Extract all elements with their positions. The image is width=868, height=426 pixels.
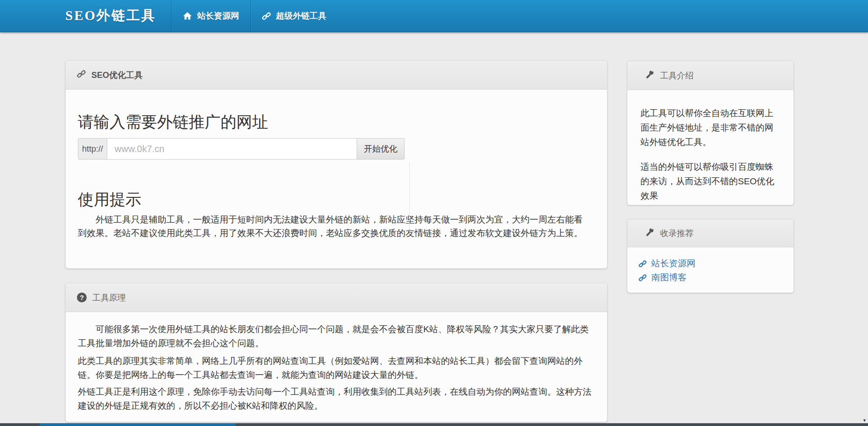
tool-intro-panel-header: 工具介绍 xyxy=(627,61,793,90)
panel-title: SEO优化工具 xyxy=(91,70,143,81)
tool-intro-panel: 工具介绍 此工具可以帮你全自动在互联网上面生产外链地址，是非常不错的网站外链优化… xyxy=(627,61,794,205)
footer-accent-segment xyxy=(40,423,235,426)
usage-tips-text: 外链工具只是辅助工具，一般适用于短时间内无法建设大量外链的新站，新站应坚持每天做… xyxy=(78,213,584,240)
recommend-link-label: 南图博客 xyxy=(651,272,687,284)
link-icon xyxy=(639,274,647,282)
link-icon xyxy=(639,260,647,268)
navbar-inner: SEO外链工具 站长资源网 超级外链工具 xyxy=(65,0,338,32)
nav-item-webmaster-resources[interactable]: 站长资源网 xyxy=(171,0,250,32)
recommend-panel: 收录推荐 站长资源网 xyxy=(627,219,794,293)
principle-paragraph: 可能很多第一次使用外链工具的站长朋友们都会担心同一个问题，就是会不会被百度K站、… xyxy=(78,322,595,350)
brand-logo[interactable]: SEO外链工具 xyxy=(65,0,171,32)
panel-title: 收录推荐 xyxy=(660,228,694,239)
nav-item-label: 超级外链工具 xyxy=(276,10,326,21)
corner-marker-icon: ▼ xyxy=(862,419,867,423)
recommend-panel-header: 收录推荐 xyxy=(627,219,793,247)
tool-intro-panel-body: 此工具可以帮你全自动在互联网上面生产外链地址，是非常不错的网站外链优化工具。 适… xyxy=(627,106,793,203)
url-form-title: 请输入需要外链推广的网址 xyxy=(78,113,595,131)
nav-item-super-backlink-tool[interactable]: 超级外链工具 xyxy=(250,0,338,32)
principle-paragraph: 此类工具的原理其实非常简单，网络上几乎所有的网站查询工具（例如爱站网、去查网和本… xyxy=(78,354,595,382)
footer-bar xyxy=(0,423,868,426)
tool-principle-panel-body: 可能很多第一次使用外链工具的站长朋友们都会担心同一个问题，就是会不会被百度K站、… xyxy=(66,322,607,413)
usage-tips-title: 使用提示 xyxy=(78,190,595,208)
url-input-group: http:// 开始优化 xyxy=(78,138,405,160)
seo-tool-panel: SEO优化工具 请输入需要外链推广的网址 http:// 开始优化 使用提示 外… xyxy=(65,60,607,269)
top-navbar: SEO外链工具 站长资源网 超级外链工具 xyxy=(0,0,868,32)
recommend-link-webmaster-resources[interactable]: 站长资源网 xyxy=(639,257,782,271)
recommend-link-nantu-blog[interactable]: 南图博客 xyxy=(639,271,782,285)
panel-title: 工具原理 xyxy=(92,292,126,303)
link-icon xyxy=(77,70,86,81)
recommend-link-label: 站长资源网 xyxy=(651,258,696,270)
tool-principle-panel: ? 工具原理 可能很多第一次使用外链工具的站长朋友们都会担心同一个问题，就是会不… xyxy=(65,283,607,422)
intro-paragraph: 此工具可以帮你全自动在互联网上面生产外链地址，是非常不错的网站外链优化工具。 xyxy=(641,106,780,149)
tool-principle-panel-header: ? 工具原理 xyxy=(66,283,607,312)
home-icon xyxy=(183,11,192,21)
column-divider xyxy=(409,162,410,234)
question-circle-icon: ? xyxy=(77,293,87,302)
start-optimize-button[interactable]: 开始优化 xyxy=(357,138,405,160)
seo-tool-panel-header: SEO优化工具 xyxy=(66,61,607,90)
url-prefix-addon: http:// xyxy=(78,138,107,160)
recommend-panel-body: 站长资源网 南图博客 xyxy=(627,247,793,285)
principle-paragraph: 外链工具正是利用这个原理，免除你手动去访问每一个工具站查询，利用收集到的工具站列… xyxy=(78,385,595,413)
panel-title: 工具介绍 xyxy=(660,70,694,81)
url-input[interactable] xyxy=(107,138,357,160)
nav-item-label: 站长资源网 xyxy=(197,10,239,21)
wrench-icon xyxy=(645,70,654,81)
intro-paragraph: 适当的外链可以帮你吸引百度蜘蛛的来访，从而达到不错的SEO优化效果 xyxy=(641,160,780,203)
link-icon xyxy=(262,12,271,21)
seo-tool-panel-body: 请输入需要外链推广的网址 http:// 开始优化 使用提示 外链工具只是辅助工… xyxy=(66,113,607,240)
wrench-icon xyxy=(645,227,654,239)
